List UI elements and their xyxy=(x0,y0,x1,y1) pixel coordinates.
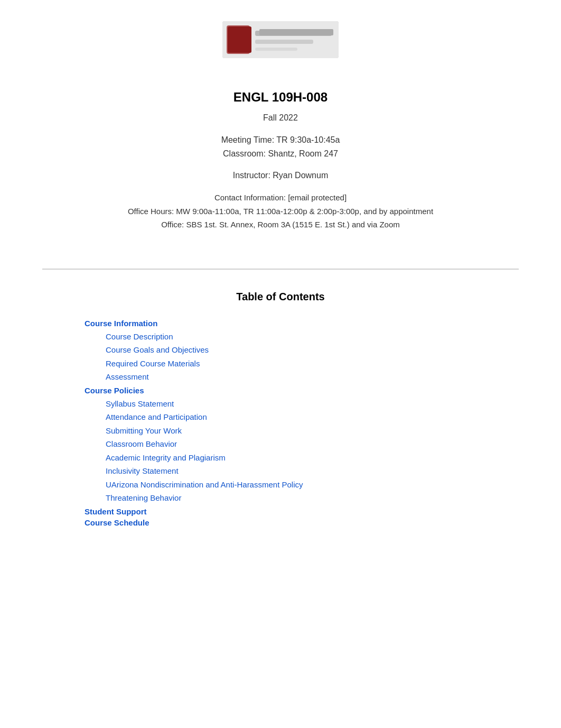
university-logo xyxy=(222,21,339,58)
toc-item-course-information[interactable]: Course Information xyxy=(85,319,454,328)
toc-subitem-submitting-work[interactable]: Submitting Your Work xyxy=(106,424,454,438)
toc-subitem-threatening-behavior[interactable]: Threatening Behavior xyxy=(106,491,454,505)
toc-title: Table of Contents xyxy=(236,291,324,303)
toc-subitem-required-materials[interactable]: Required Course Materials xyxy=(106,357,454,371)
toc-subitem-course-description[interactable]: Course Description xyxy=(106,330,454,344)
toc-subitem-academic-integrity[interactable]: Academic Integrity and Plagiarism xyxy=(106,451,454,465)
toc-content: Course Information Course Description Co… xyxy=(85,319,454,529)
office-location: Office: SBS 1st. St. Annex, Room 3A (151… xyxy=(161,220,400,229)
contact-email: Contact Information: [email protected] xyxy=(214,193,347,202)
course-meeting-info: Meeting Time: TR 9:30a-10:45a Classroom:… xyxy=(221,133,340,160)
toc-section: Table of Contents Course Information Cou… xyxy=(0,291,561,529)
svg-rect-1 xyxy=(227,25,250,54)
toc-subitems-course-policies: Syllabus Statement Attendance and Partic… xyxy=(85,397,454,505)
svg-point-2 xyxy=(230,26,238,35)
svg-rect-6 xyxy=(255,48,297,51)
toc-item-course-schedule[interactable]: Course Schedule xyxy=(85,518,454,527)
toc-subitem-attendance[interactable]: Attendance and Participation xyxy=(106,410,454,424)
toc-subitem-inclusivity[interactable]: Inclusivity Statement xyxy=(106,464,454,478)
meeting-time: Meeting Time: TR 9:30a-10:45a xyxy=(221,135,340,144)
course-header: ENGL 109H-008 Fall 2022 Meeting Time: TR… xyxy=(0,90,561,232)
course-title: ENGL 109H-008 xyxy=(233,90,328,105)
svg-point-3 xyxy=(238,26,247,35)
svg-rect-4 xyxy=(255,31,332,36)
course-term: Fall 2022 xyxy=(263,113,298,123)
section-divider xyxy=(42,269,519,270)
course-instructor: Instructor: Ryan Downum xyxy=(233,171,329,180)
toc-subitem-course-goals[interactable]: Course Goals and Objectives xyxy=(106,343,454,357)
toc-subitem-syllabus-statement[interactable]: Syllabus Statement xyxy=(106,397,454,411)
toc-item-course-policies[interactable]: Course Policies xyxy=(85,386,454,395)
toc-subitem-nondiscrimination[interactable]: UArizona Nondiscrimination and Anti-Hara… xyxy=(106,478,454,492)
office-hours: Office Hours: MW 9:00a-11:00a, TR 11:00a… xyxy=(128,207,433,216)
toc-item-student-support[interactable]: Student Support xyxy=(85,507,454,516)
toc-subitem-classroom-behavior[interactable]: Classroom Behavior xyxy=(106,437,454,451)
page: ENGL 109H-008 Fall 2022 Meeting Time: TR… xyxy=(0,0,561,728)
toc-subitems-course-information: Course Description Course Goals and Obje… xyxy=(85,330,454,384)
course-contact: Contact Information: [email protected] O… xyxy=(128,191,433,232)
svg-rect-5 xyxy=(255,40,313,44)
toc-subitem-assessment[interactable]: Assessment xyxy=(106,370,454,384)
classroom: Classroom: Shantz, Room 247 xyxy=(223,149,338,158)
logo-area xyxy=(0,0,561,58)
